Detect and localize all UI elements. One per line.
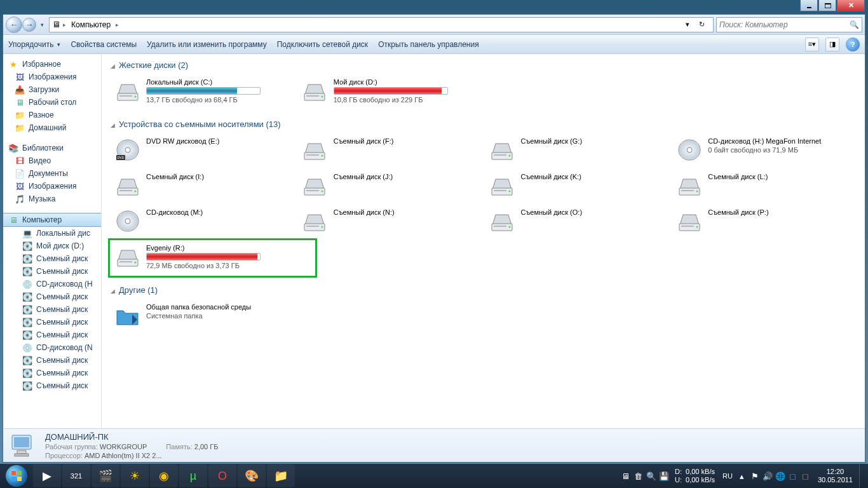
tray-app-icon[interactable]: ◻ [787, 464, 799, 487]
taskbar-opera[interactable]: O [208, 464, 236, 487]
tree-item-home[interactable]: 📁Домашний [3, 121, 101, 134]
taskbar-mpc[interactable]: 321 [62, 464, 90, 487]
taskbar-app-1[interactable]: 🎬 [92, 464, 119, 487]
tree-item-drive[interactable]: 💽Съемный диск [3, 379, 101, 392]
forward-button[interactable]: → [22, 18, 36, 32]
section-removable[interactable]: Устройства со съемными носителями (13) [111, 117, 856, 134]
address-bar[interactable]: 🖥 ▸ Компьютер ▸ ▾ ↻ [49, 17, 714, 32]
tray-chevron-up-icon[interactable]: ▴ [736, 464, 748, 487]
tree-favorites[interactable]: ★Избранное [3, 58, 101, 71]
tree-item-drive[interactable]: 💽Съемный диск [3, 290, 101, 303]
tray-volume-icon[interactable]: 🔊 [762, 464, 773, 487]
tree-item-drive[interactable]: 💿CD-дисковод (H [3, 278, 101, 290]
tree-item-drive[interactable]: 💽Съемный диск [3, 316, 101, 329]
drive-icon: 💿 [22, 342, 32, 353]
tree-libraries[interactable]: 📚Библиотеки [3, 142, 101, 154]
search-box[interactable]: 🔍 [716, 17, 862, 32]
view-mode-button[interactable]: ≡▾ [805, 37, 819, 51]
drive-item[interactable]: CD-дисковод (H:) MegaFon Internet 0 байт… [672, 134, 856, 166]
tree-item-drive[interactable]: 💽Съемный диск [3, 367, 101, 379]
tray-app-icon-2[interactable]: ◻ [800, 464, 811, 487]
address-dropdown[interactable]: ▾ [681, 18, 694, 31]
tree-item-documents[interactable]: 📄Документы [3, 167, 101, 180]
system-properties-button[interactable]: Свойства системы [71, 40, 137, 49]
navigation-tree[interactable]: ★Избранное 🖼Изображения 📥Загрузки 🖥Рабоч… [3, 54, 102, 428]
content-pane[interactable]: Жесткие диски (2) Локальный диск (C:) 13… [102, 54, 865, 428]
tree-item-video[interactable]: 🎞Видео [3, 154, 101, 167]
drive-item[interactable]: Съемный диск (K:) [485, 170, 669, 201]
taskbar-media-player[interactable]: ▶ [33, 464, 61, 487]
tree-item-drive[interactable]: 💽Съемный диск [3, 303, 101, 316]
drive-icon [675, 173, 703, 198]
drive-item[interactable]: Съемный диск (J:) [298, 170, 482, 201]
tree-item-desktop[interactable]: 🖥Рабочий стол [3, 96, 101, 109]
tree-computer[interactable]: 🖥Компьютер [3, 213, 101, 227]
tree-item-drive[interactable]: 💽Съемный диск [3, 265, 101, 278]
taskbar-utorrent[interactable]: µ [179, 464, 207, 487]
drive-item[interactable]: Общая папка безопасной среды Системная п… [111, 300, 294, 332]
svg-rect-54 [17, 477, 22, 481]
drive-item[interactable]: CD-дисковод (M:) [111, 205, 294, 237]
organize-button[interactable]: Упорядочить [8, 40, 60, 49]
tree-item-images[interactable]: 🖼Изображения [3, 71, 101, 83]
tray-recycle-icon[interactable]: 🗑 [633, 464, 644, 487]
map-network-drive-button[interactable]: Подключить сетевой диск [277, 40, 368, 49]
drive-item[interactable]: Мой диск (D:) 10,8 ГБ свободно из 229 ГБ [298, 75, 482, 107]
minimize-button[interactable]: 🗕 [800, 0, 818, 11]
tree-item-drive[interactable]: 💽Съемный диск [3, 354, 101, 367]
tree-item-drive[interactable]: 💽Съемный диск [3, 329, 101, 341]
drive-item[interactable]: Съемный диск (O:) [485, 205, 669, 237]
drive-item[interactable]: Съемный диск (N:) [298, 205, 482, 237]
tree-item-images2[interactable]: 🖼Изображения [3, 180, 101, 193]
tray-search-icon[interactable]: 🔍 [646, 464, 657, 487]
clock[interactable]: 12:20 30.05.2011 [813, 468, 858, 484]
preview-pane-button[interactable]: ◨ [825, 37, 839, 51]
control-panel-button[interactable]: Открыть панель управления [378, 40, 479, 49]
desktop-icon: 🖥 [15, 97, 25, 107]
drive-icon: 💽 [22, 381, 32, 391]
drive-item[interactable]: Съемный диск (G:) [485, 134, 669, 166]
tree-item-music[interactable]: 🎵Музыка [3, 193, 101, 205]
taskbar-explorer[interactable]: 📁 [267, 464, 295, 487]
tray-usb-icon[interactable]: 💾 [658, 464, 670, 487]
drive-item[interactable]: Съемный диск (P:) [672, 205, 856, 237]
svg-rect-39 [494, 226, 506, 227]
search-input[interactable] [719, 20, 850, 29]
refresh-button[interactable]: ↻ [695, 18, 708, 31]
help-button[interactable]: ? [846, 37, 860, 51]
tree-item-misc[interactable]: 📁Разное [3, 109, 101, 121]
breadcrumb-computer[interactable]: Компьютер [69, 19, 113, 30]
start-button[interactable] [1, 464, 32, 487]
drive-label: DVD RW дисковод (E:) [146, 137, 219, 145]
maximize-button[interactable]: 🗖 [818, 0, 836, 11]
tree-item-drive[interactable]: 💽Съемный диск [3, 252, 101, 265]
drive-item[interactable]: Съемный диск (L:) [672, 170, 856, 201]
tree-item-downloads[interactable]: 📥Загрузки [3, 83, 101, 96]
tree-item-drive[interactable]: 💻Локальный дис [3, 227, 101, 240]
section-other[interactable]: Другие (1) [111, 283, 856, 300]
tray-flag-icon[interactable]: ⚑ [749, 464, 761, 487]
taskbar-app-3[interactable]: ◉ [150, 464, 178, 487]
svg-text:DVD: DVD [117, 156, 124, 159]
uninstall-program-button[interactable]: Удалить или изменить программу [147, 40, 267, 49]
drive-item[interactable]: Локальный диск (C:) 13,7 ГБ свободно из … [111, 75, 294, 107]
taskbar-app-2[interactable]: ☀ [121, 464, 149, 487]
back-button[interactable]: ← [6, 17, 22, 33]
close-button[interactable]: ✕ [837, 0, 865, 11]
language-indicator[interactable]: RU [720, 464, 735, 487]
network-speed[interactable]: D: 0,00 kB/s U: 0,00 kB/s [671, 468, 719, 484]
taskbar-paint[interactable]: 🎨 [238, 464, 266, 487]
tray-network-icon[interactable]: 🌐 [775, 464, 786, 487]
show-desktop-button[interactable] [859, 464, 865, 487]
drive-item[interactable]: Съемный диск (F:) [298, 134, 482, 166]
drive-item[interactable]: Съемный диск (I:) [111, 170, 294, 201]
tree-group-computer: 🖥Компьютер 💻Локальный дис💽Мой диск (D:)💽… [3, 213, 101, 392]
drive-sublabel: 72,9 МБ свободно из 3,73 ГБ [146, 262, 261, 269]
tray-monitor-icon[interactable]: 🖥 [620, 464, 632, 487]
drive-item[interactable]: DVD DVD RW дисковод (E:) [111, 134, 294, 166]
drive-item[interactable]: Evgeniy (R:) 72,9 МБ свободно из 3,73 ГБ [111, 241, 294, 273]
section-hard-drives[interactable]: Жесткие диски (2) [111, 58, 856, 75]
tree-item-drive[interactable]: 💽Мой диск (D:) [3, 240, 101, 252]
tree-item-drive[interactable]: 💿CD-дисковод (N [3, 341, 101, 354]
history-dropdown[interactable]: ▾ [37, 17, 46, 33]
